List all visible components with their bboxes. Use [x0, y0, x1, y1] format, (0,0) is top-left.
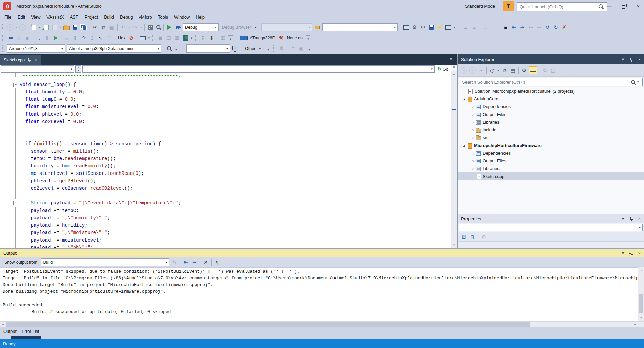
code-line[interactable]: payload += humidity;	[0, 222, 451, 229]
refresh-icon[interactable]: ↻	[541, 67, 549, 74]
panel-menu-chevron-icon[interactable]: ▼	[621, 251, 625, 255]
menu-help[interactable]: Help	[193, 13, 208, 21]
indent-decrease-icon[interactable]: ≡	[462, 24, 470, 31]
quick-launch-input[interactable]: Quick Launch (Ctrl+Q)	[517, 2, 607, 11]
device-programming-icon[interactable]: ⚡	[436, 24, 444, 31]
sync-with-active-document-icon[interactable]: ⧉	[501, 67, 508, 74]
processor-view-icon[interactable]	[139, 34, 147, 42]
copy-icon[interactable]: ⧉	[99, 24, 107, 31]
nav-spinner[interactable]: ▲▼	[75, 65, 81, 73]
scroll-down-icon[interactable]: ▼	[451, 242, 457, 248]
quick-find-icon[interactable]	[155, 24, 162, 31]
code-line[interactable]: payload += tempC;	[0, 207, 451, 214]
code-line[interactable]: if ((millis() - sensor_timer) > sensor_p…	[0, 140, 451, 148]
next-bookmark-icon[interactable]: ⇢	[535, 24, 543, 31]
run-to-cursor-icon[interactable]: →	[35, 34, 42, 42]
debugger-tool-icon[interactable]: ⚒	[277, 34, 285, 42]
tab-sketch-cpp[interactable]: Sketch.cpp ×	[0, 55, 41, 65]
debugger-label[interactable]: None on	[285, 36, 304, 40]
caret-item[interactable]: ▼	[139, 26, 143, 29]
categorized-icon[interactable]: ⊞	[460, 233, 468, 241]
code-line[interactable]: payload += moistureLevel;	[0, 236, 451, 244]
code-line[interactable]: payload += ",\"ph\":";	[0, 244, 451, 248]
solexp-back-icon[interactable]: ◄	[461, 67, 467, 74]
tree-item-include[interactable]: ▷include	[458, 126, 644, 134]
debug-browser-dropdown[interactable]: Debug Browser▼	[220, 25, 260, 30]
caret-item[interactable]: ▼	[14, 26, 18, 29]
tree-item-output-files[interactable]: ▷Output Files	[458, 157, 644, 165]
other-dropdown[interactable]: Other▼	[243, 46, 265, 51]
start-without-debugging-icon[interactable]	[174, 24, 182, 31]
menu-view[interactable]: View	[28, 13, 43, 21]
start-debug2-icon[interactable]	[52, 34, 59, 42]
code-line[interactable]	[0, 133, 451, 140]
list-members-icon[interactable]: ≣	[482, 24, 489, 31]
nav-forward-icon[interactable]: ►	[19, 24, 26, 31]
run-page-icon[interactable]: ▷	[15, 34, 23, 42]
navigate-back-bar-icon[interactable]: ⇤	[510, 24, 518, 31]
build-output-console[interactable]: Target "PostBuildEvent" skipped, due to …	[0, 268, 644, 321]
caret-item[interactable]: ▼	[127, 26, 131, 29]
code-line[interactable]: phLevel = getPHlevel();	[0, 177, 451, 185]
menu-window[interactable]: Window	[171, 13, 193, 21]
panel-pin-icon[interactable]	[630, 57, 633, 62]
open-file-icon[interactable]	[63, 24, 70, 31]
stop-icon[interactable]: ■	[502, 24, 509, 31]
solexp-forward-icon[interactable]: ►	[469, 67, 476, 74]
clear-all-icon[interactable]: ✕	[202, 259, 210, 266]
scroll-up-icon[interactable]: ▲	[451, 71, 457, 76]
restore-button[interactable]	[619, 2, 629, 11]
editor-vertical-scrollbar[interactable]: ▲ ▼	[451, 65, 457, 248]
code-line[interactable]: float co2Level = 0.0;	[0, 118, 451, 125]
hex-toggle-button[interactable]: Hex	[116, 36, 127, 40]
menu-edit[interactable]: Edit	[14, 13, 28, 21]
minimize-button[interactable]: —	[604, 2, 614, 11]
tree-item-sketch-cpp[interactable]: Sketch.cpp	[458, 172, 644, 180]
collapse-all-icon[interactable]: ◫	[549, 67, 557, 74]
pause-icon[interactable]: Ⅱ	[43, 34, 51, 42]
menu-vassistx[interactable]: VAssistX	[43, 13, 67, 21]
property-pages-icon[interactable]: ⚙	[480, 233, 488, 241]
watch-glasses-icon[interactable]: ∞	[63, 34, 71, 42]
feedback-funnel-icon[interactable]	[503, 1, 514, 11]
tree-item-libraries[interactable]: ▷Libraries	[458, 118, 644, 126]
upload-run-icon[interactable]: ◉	[297, 45, 305, 52]
menu-debug[interactable]: Debug	[117, 13, 136, 21]
overflow-item[interactable]: ▼	[307, 46, 311, 51]
outline-collapse-box[interactable]: −	[13, 83, 18, 87]
types-combo[interactable]: ▼	[1, 65, 74, 73]
prev-message-icon[interactable]: ⇤	[182, 259, 190, 266]
code-line[interactable]: sensor_timer = millis();	[0, 148, 451, 155]
tree-item-output-files[interactable]: ▷Output Files	[458, 110, 644, 118]
tree-expander-icon[interactable]: ▷	[471, 152, 475, 155]
solution-configurations-combo[interactable]: Debug▼	[183, 23, 219, 31]
device-chip-icon[interactable]	[240, 34, 248, 42]
hex-view-icon[interactable]: ▤	[165, 34, 172, 42]
overflow-item[interactable]: ▼	[266, 46, 270, 51]
panel-close-icon[interactable]: ×	[638, 57, 641, 62]
properties-wrench-icon[interactable]: ⚙	[520, 67, 528, 74]
code-line[interactable]: float humidity = 0.0;	[0, 88, 451, 96]
bottom-tab-error-list[interactable]: Error List	[22, 329, 39, 334]
program-eeprom-icon[interactable]: ↧	[207, 34, 215, 42]
save-icon[interactable]	[71, 24, 79, 31]
tree-expander-icon[interactable]: ▷	[471, 113, 475, 116]
menu-build[interactable]: Build	[101, 13, 117, 21]
output-source-combo[interactable]: Build ▼	[41, 258, 169, 266]
menu-vmicro[interactable]: vMicro	[136, 13, 155, 21]
step-into-icon[interactable]: ↧	[71, 34, 79, 42]
tree-expander-icon[interactable]: ▷	[471, 105, 475, 108]
upload-icon[interactable]: ↥	[289, 45, 297, 52]
pending-changes-filter-icon[interactable]: ◷	[488, 67, 496, 74]
add-new-item-icon[interactable]	[42, 24, 50, 31]
wireless-icon[interactable]: Ψ	[419, 24, 427, 31]
cut-icon[interactable]: ✂	[91, 24, 99, 31]
stop-debug-icon[interactable]: ■	[23, 34, 31, 42]
memory-save-icon[interactable]	[427, 24, 435, 31]
solution-platforms-combo[interactable]: ▼	[322, 23, 398, 31]
memory-view-icon[interactable]: ▦	[173, 34, 181, 42]
disassembly-icon[interactable]: ≣	[156, 34, 164, 42]
step-out-icon[interactable]: ↥	[88, 34, 96, 42]
nav-backward-icon[interactable]: ◄	[7, 24, 13, 31]
undo-icon[interactable]: ↶	[119, 24, 127, 31]
